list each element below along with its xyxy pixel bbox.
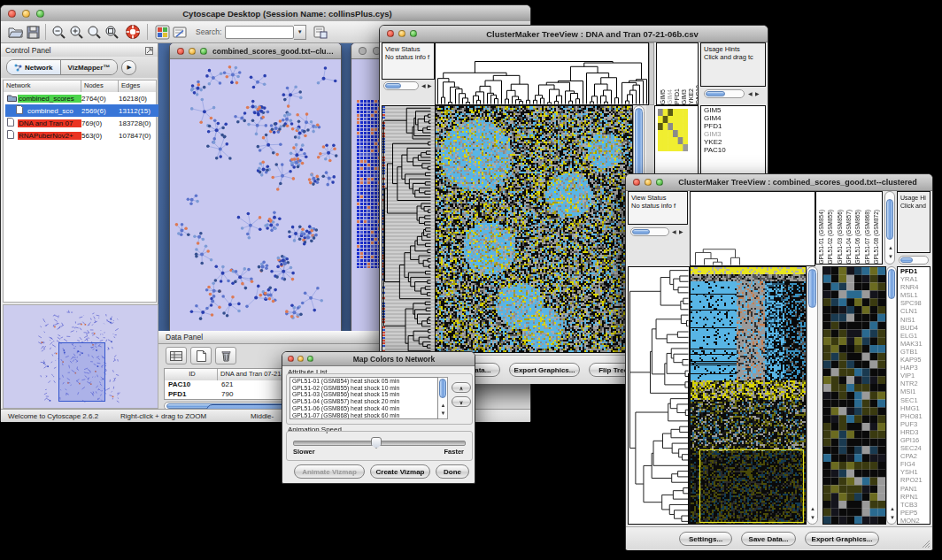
new-attribute-icon[interactable] (190, 347, 212, 364)
gene-label[interactable]: SPC98 (898, 299, 930, 307)
gene-label[interactable]: SEC24 (898, 444, 930, 452)
gene-label[interactable]: KAP95 (898, 356, 930, 364)
zoom-button[interactable] (410, 30, 417, 37)
gene-label[interactable]: PUF3 (898, 420, 930, 428)
settings-button[interactable]: Settings... (679, 532, 732, 546)
move-down-button[interactable]: ∨ (452, 396, 471, 407)
create-vizmap-button[interactable]: Create Vizmap (370, 464, 430, 479)
close-button[interactable] (177, 48, 184, 55)
treeview2-summary-scrollbar[interactable]: ▲ ▼ (886, 266, 897, 525)
attribute-item[interactable]: GPL51-04 (GSM857) heat shock 20 min (292, 398, 437, 405)
scroll-left-icon[interactable]: ◀ (672, 229, 676, 234)
attribute-item[interactable]: GPL51-06 (GSM865) heat shock 40 min (292, 405, 437, 412)
minimize-button[interactable] (297, 356, 304, 362)
treeview2-column-labels[interactable]: GPL51-01 (GSM854)GPL51-02 (GSM855)GPL51-… (815, 191, 883, 265)
treeview2-summary-heatmap[interactable] (822, 266, 886, 525)
gene-label[interactable]: HMG1 (898, 404, 930, 412)
gene-label[interactable]: FIG4 (898, 460, 930, 468)
zoom-fit-icon[interactable] (85, 23, 103, 41)
attribute-item[interactable]: GPL51-01 (GSM854) heat shock 05 min (292, 378, 437, 385)
network-window-1-titlebar[interactable]: combined_scores_good.txt--cluste... (170, 43, 341, 59)
gene-label[interactable]: PFD1 (701, 122, 765, 130)
save-session-icon[interactable] (24, 23, 42, 41)
gene-label[interactable]: PFD1 (898, 267, 930, 275)
zoom-button[interactable] (656, 179, 663, 186)
gene-label[interactable]: MSL1 (898, 291, 930, 299)
gene-label[interactable]: MAK31 (898, 340, 930, 348)
gene-label[interactable]: MON2 (898, 517, 930, 525)
treeview2-status-scrollbar[interactable] (630, 227, 669, 236)
treeview2-titlebar[interactable]: ClusterMaker TreeView : combined_scores_… (626, 174, 932, 191)
gene-label[interactable]: GIM4 (701, 114, 765, 122)
tab-overflow-button[interactable]: ▶ (121, 60, 136, 75)
float-panel-icon[interactable] (145, 42, 153, 58)
treeview2-vscrollbar[interactable]: ▲ ▼ (807, 266, 818, 525)
gene-label[interactable]: PEP5 (898, 509, 930, 517)
network-canvas-1[interactable] (170, 59, 339, 331)
delete-attribute-icon[interactable] (215, 347, 236, 364)
zoom-button[interactable] (36, 10, 44, 18)
done-button[interactable]: Done (436, 464, 469, 479)
attribute-item[interactable]: GPL51-07 (GSM868) heat shock 60 min (292, 412, 437, 419)
gene-label[interactable]: GIM3 (701, 130, 765, 138)
main-titlebar[interactable]: Cytoscape Desktop (Session Name: collins… (1, 5, 530, 22)
open-session-icon[interactable] (6, 23, 24, 41)
save-data-button[interactable]: Save Data... (741, 532, 796, 546)
scroll-right-icon[interactable]: ▶ (428, 83, 432, 88)
scroll-right-icon[interactable]: ▶ (679, 229, 683, 234)
zoom-button[interactable] (307, 356, 313, 362)
gene-label[interactable]: PAN1 (898, 485, 930, 493)
gene-label[interactable]: HRD3 (898, 428, 930, 436)
gene-label[interactable]: PHO81 (898, 412, 930, 420)
gene-label[interactable]: NIS1 (898, 316, 930, 324)
gene-label[interactable]: GPI16 (898, 436, 930, 444)
treeview1-summary-heatmap[interactable] (658, 109, 688, 151)
tab-network[interactable]: Network (7, 60, 61, 74)
search-dropdown-icon[interactable]: ▼ (294, 25, 306, 40)
export-graphics-button[interactable]: Export Graphics... (509, 363, 580, 377)
treeview1-titlebar[interactable]: ClusterMaker TreeView : DNA and Tran 07-… (380, 26, 768, 42)
animate-vizmap-button[interactable]: Animate Vizmap (294, 464, 365, 479)
close-button[interactable] (359, 47, 367, 55)
network-row[interactable]: RNAPuberNov2+563(0)107847(0) (5, 129, 159, 142)
scroll-left-icon[interactable]: ◀ (748, 91, 753, 96)
scroll-right-icon[interactable]: ▶ (755, 91, 760, 96)
network-overview[interactable] (3, 304, 158, 409)
gene-label[interactable]: BUD4 (898, 324, 930, 332)
node-mapper-icon[interactable] (153, 23, 171, 41)
minimize-button[interactable] (645, 179, 652, 186)
network-row[interactable]: DNA and Tran 07769(0)183728(0) (5, 117, 159, 129)
gene-label[interactable]: RPO21 (898, 476, 930, 484)
search-input[interactable] (225, 26, 294, 39)
treeview1-column-labels[interactable]: GIM5GIM4PFD1GIM3YKE2PAC10 (656, 42, 699, 105)
annotation-icon[interactable] (171, 23, 189, 41)
gene-label[interactable]: HAP3 (898, 364, 930, 372)
treeview2-gene-list[interactable]: PFD1YRA1RNR4MSL1SPC98CLN1NIS1BUD4ELG1MAK… (897, 266, 930, 525)
treeview2-row-dendrogram[interactable] (628, 266, 690, 525)
treeview1-row-dendrogram[interactable] (382, 105, 436, 353)
col-header-network[interactable]: Network (4, 81, 81, 92)
attribute-item[interactable]: GPL51-02 (GSM855) heat shock 10 min (292, 385, 437, 392)
zoom-button[interactable] (200, 48, 207, 55)
scroll-left-icon[interactable]: ◀ (421, 83, 426, 88)
gene-label[interactable]: GIM5 (701, 106, 765, 114)
close-button[interactable] (633, 179, 640, 186)
gene-label[interactable]: RNR4 (898, 283, 930, 291)
gene-label[interactable]: VIP1 (898, 372, 930, 380)
gene-label[interactable]: YRA1 (898, 275, 930, 283)
attribute-item[interactable]: GPL51-03 (GSM856) heat shock 15 min (292, 391, 437, 398)
zoom-in-icon[interactable] (67, 23, 85, 41)
treeview2-labels-scrollbar[interactable]: ▲ ▼ (884, 191, 895, 265)
resize-grip-icon[interactable] (922, 540, 930, 548)
treeview1-hints-scrollbar[interactable] (704, 89, 745, 98)
minimize-button[interactable] (22, 10, 30, 18)
gene-label[interactable]: CPA2 (898, 452, 930, 460)
zoom-out-icon[interactable] (50, 23, 67, 41)
treeview1-heatmap[interactable] (435, 105, 633, 353)
gene-label[interactable]: ELG1 (898, 332, 930, 340)
gene-label[interactable]: NTR2 (898, 380, 930, 387)
attribute-listbox[interactable]: GPL51-01 (GSM854) heat shock 05 minGPL51… (290, 377, 438, 419)
gene-label[interactable]: PAC10 (701, 146, 765, 154)
close-button[interactable] (8, 10, 16, 18)
gene-label[interactable]: YSH1 (898, 468, 930, 476)
